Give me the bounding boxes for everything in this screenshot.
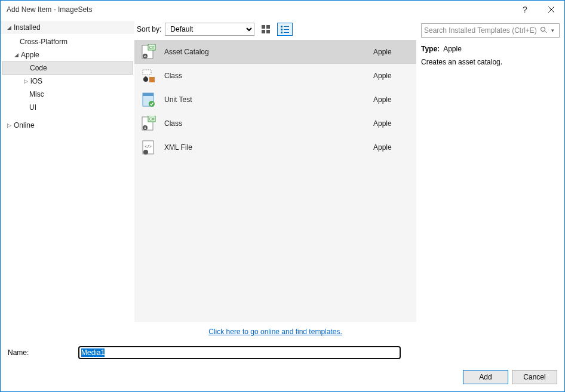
list-icon xyxy=(281,25,289,33)
label: UI xyxy=(29,103,36,112)
svg-rect-21 xyxy=(143,93,153,96)
sidebar-item-misc[interactable]: Misc xyxy=(1,88,134,101)
add-button[interactable]: Add xyxy=(463,370,508,384)
sort-by-select[interactable]: Default xyxy=(165,23,254,36)
xml-file-icon: </> xyxy=(139,138,157,156)
category-sidebar: ◢ Installed Cross-Platform ◢ Apple Code … xyxy=(1,18,134,341)
sidebar-item-ios[interactable]: ▷ iOS xyxy=(1,75,134,88)
template-source: Apple xyxy=(373,72,409,80)
template-name: Class xyxy=(164,119,373,128)
template-source: Apple xyxy=(373,48,409,56)
search-input[interactable] xyxy=(424,26,539,35)
sidebar-item-apple[interactable]: ◢ Apple xyxy=(1,48,134,61)
cancel-button[interactable]: Cancel xyxy=(512,370,557,384)
template-name: Unit Test xyxy=(164,95,373,104)
csharp-file-icon: C# xyxy=(139,43,157,61)
bottom-bar: Name: Add Cancel xyxy=(1,341,564,391)
close-button[interactable] xyxy=(538,1,564,18)
search-icon[interactable] xyxy=(539,26,548,35)
template-row[interactable]: C#ClassApple xyxy=(134,112,416,135)
svg-rect-2 xyxy=(262,25,265,29)
titlebar: Add New Item - ImageSets ? xyxy=(1,1,564,18)
name-input[interactable] xyxy=(78,346,401,359)
installed-tree: Cross-Platform ◢ Apple Code ▷ iOS Misc U… xyxy=(1,34,134,115)
description-block: Type: Apple Creates an asset catalog. xyxy=(421,45,560,66)
caret-right-icon: ▷ xyxy=(22,78,29,84)
svg-point-18 xyxy=(145,76,147,79)
class-file-icon xyxy=(139,67,157,85)
svg-rect-19 xyxy=(149,77,155,82)
svg-line-31 xyxy=(545,31,546,33)
svg-rect-10 xyxy=(281,32,282,33)
name-label: Name: xyxy=(8,348,73,357)
template-name: Class xyxy=(164,72,373,80)
svg-rect-3 xyxy=(266,25,270,29)
sidebar-item-cross-platform[interactable]: Cross-Platform xyxy=(1,35,134,48)
template-name: XML File xyxy=(164,143,373,152)
sidebar-installed-header[interactable]: ◢ Installed xyxy=(1,21,134,34)
template-source: Apple xyxy=(373,119,409,128)
sidebar-item-ui[interactable]: UI xyxy=(1,101,134,114)
csharp-file-icon: C# xyxy=(139,115,157,132)
online-link-bar: Click here to go online and find templat… xyxy=(134,322,416,341)
svg-rect-7 xyxy=(284,26,289,27)
sort-by-label: Sort by: xyxy=(137,25,161,33)
help-icon: ? xyxy=(523,5,527,14)
svg-point-30 xyxy=(541,27,545,31)
help-button[interactable]: ? xyxy=(512,1,538,18)
search-box[interactable]: ▾ xyxy=(421,23,560,38)
svg-text:</>: </> xyxy=(145,144,152,149)
template-row[interactable]: C#Asset CatalogApple xyxy=(134,40,416,64)
template-source: Apple xyxy=(373,95,409,104)
label: Cross-Platform xyxy=(20,38,67,46)
svg-rect-16 xyxy=(143,70,151,75)
sidebar-online-header[interactable]: ▷ Online xyxy=(1,119,134,132)
online-label: Online xyxy=(14,121,35,129)
label: Apple xyxy=(21,51,39,59)
window-title: Add New Item - ImageSets xyxy=(7,5,512,14)
svg-text:C#: C# xyxy=(149,45,155,50)
grid-icon xyxy=(262,25,270,33)
center-column: Sort by: Default C#Asset CatalogAppleCla… xyxy=(134,18,416,341)
online-templates-link[interactable]: Click here to go online and find templat… xyxy=(208,328,342,336)
template-name: Asset Catalog xyxy=(164,48,373,56)
type-label: Type: xyxy=(421,45,440,53)
view-large-icons-button[interactable] xyxy=(258,23,274,36)
template-source: Apple xyxy=(373,143,409,152)
toolbar: Sort by: Default xyxy=(134,18,416,40)
installed-label: Installed xyxy=(14,23,41,32)
label: Misc xyxy=(29,90,44,98)
test-file-icon xyxy=(139,91,157,109)
main-area: ◢ Installed Cross-Platform ◢ Apple Code … xyxy=(1,18,564,341)
details-pane: ▾ Type: Apple Creates an asset catalog. xyxy=(416,18,564,341)
name-row: Name: xyxy=(8,346,557,359)
svg-point-22 xyxy=(149,101,155,107)
svg-rect-5 xyxy=(266,30,270,33)
svg-rect-4 xyxy=(262,30,265,33)
template-list: C#Asset CatalogAppleClassAppleUnit TestA… xyxy=(134,40,416,322)
caret-down-icon: ◢ xyxy=(13,52,20,58)
template-row[interactable]: ClassApple xyxy=(134,64,416,88)
type-value: Apple xyxy=(443,45,462,53)
svg-point-29 xyxy=(143,150,148,155)
svg-rect-8 xyxy=(281,29,282,30)
caret-right-icon: ▷ xyxy=(5,122,13,128)
sidebar-item-code[interactable]: Code xyxy=(2,61,133,75)
dialog-buttons: Add Cancel xyxy=(8,370,557,384)
svg-rect-6 xyxy=(281,26,282,27)
view-list-button[interactable] xyxy=(277,23,293,36)
label: iOS xyxy=(30,77,42,85)
caret-down-icon: ◢ xyxy=(5,24,13,30)
search-dropdown-icon[interactable]: ▾ xyxy=(548,27,557,33)
description-text: Creates an asset catalog. xyxy=(421,58,560,66)
label: Code xyxy=(30,64,47,72)
template-row[interactable]: Unit TestApple xyxy=(134,88,416,112)
svg-text:C#: C# xyxy=(149,117,155,121)
close-icon xyxy=(548,6,555,13)
svg-rect-9 xyxy=(284,29,289,30)
svg-rect-11 xyxy=(284,32,289,33)
template-row[interactable]: </>XML FileApple xyxy=(134,135,416,159)
